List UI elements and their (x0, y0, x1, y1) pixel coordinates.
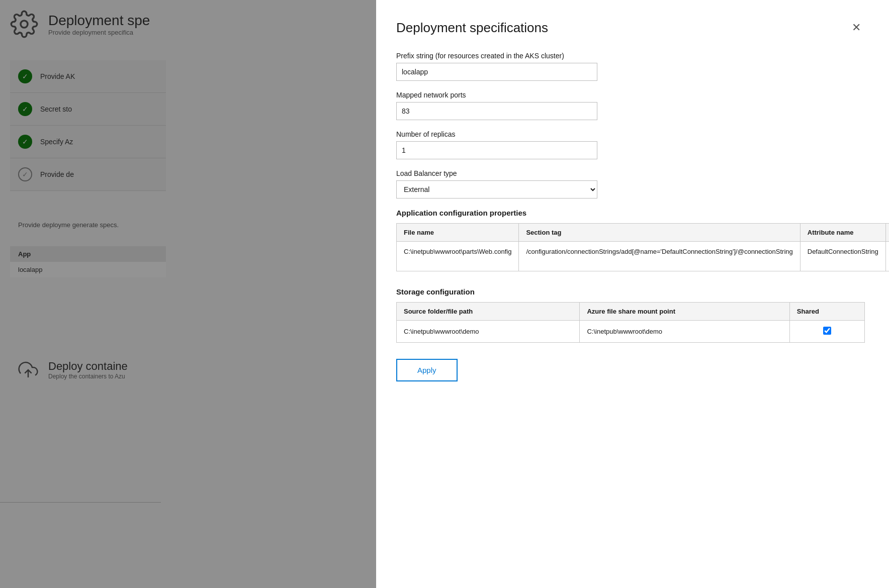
cell-source-path: C:\inetpub\wwwroot\demo (397, 321, 580, 343)
col-shared: Shared (789, 303, 864, 321)
lb-label: Load Balancer type (396, 169, 865, 177)
storage-header-row: Source folder/file path Azure file share… (397, 303, 865, 321)
prefix-label: Prefix string (for resources created in … (396, 52, 865, 60)
app-config-header-row: File name Section tag Attribute name Att… (397, 224, 890, 242)
cell-attrvalue (885, 242, 889, 271)
dialog-title: Deployment specifications (396, 20, 548, 36)
prefix-input[interactable] (396, 63, 597, 81)
storage-section-title: Storage configuration (396, 287, 865, 296)
app-config-row-1: C:\inetpub\wwwroot\parts\Web.config /con… (397, 242, 890, 271)
app-config-table: File name Section tag Attribute name Att… (396, 223, 889, 271)
ports-label: Mapped network ports (396, 91, 865, 99)
cell-sectiontag: /configuration/connectionStrings/add[@na… (519, 242, 800, 271)
prefix-group: Prefix string (for resources created in … (396, 52, 865, 81)
lb-select[interactable]: External Internal None (396, 180, 597, 199)
cell-mount-point: C:\inetpub\wwwroot\demo (580, 321, 789, 343)
shared-checkbox[interactable] (823, 327, 831, 335)
replicas-group: Number of replicas (396, 130, 865, 159)
storage-row-1: C:\inetpub\wwwroot\demo C:\inetpub\wwwro… (397, 321, 865, 343)
close-button[interactable]: ✕ (848, 20, 865, 35)
dialog: Deployment specifications ✕ Prefix strin… (376, 0, 889, 588)
ports-input[interactable] (396, 102, 597, 120)
app-config-section-title: Application configuration properties (396, 209, 865, 217)
apply-button[interactable]: Apply (396, 359, 458, 381)
replicas-input[interactable] (396, 141, 597, 159)
ports-group: Mapped network ports (396, 91, 865, 120)
dialog-header: Deployment specifications ✕ (396, 20, 865, 36)
replicas-label: Number of replicas (396, 130, 865, 138)
col-sectiontag: Section tag (519, 224, 800, 242)
storage-table: Source folder/file path Azure file share… (396, 302, 865, 343)
cell-shared (789, 321, 864, 343)
lb-group: Load Balancer type External Internal Non… (396, 169, 865, 199)
col-mount-point: Azure file share mount point (580, 303, 789, 321)
col-source-path: Source folder/file path (397, 303, 580, 321)
col-filename: File name (397, 224, 519, 242)
cell-filename: C:\inetpub\wwwroot\parts\Web.config (397, 242, 519, 271)
cell-attrname: DefaultConnectionString (800, 242, 885, 271)
col-attrvalue: Attribute value (885, 224, 889, 242)
col-attrname: Attribute name (800, 224, 885, 242)
